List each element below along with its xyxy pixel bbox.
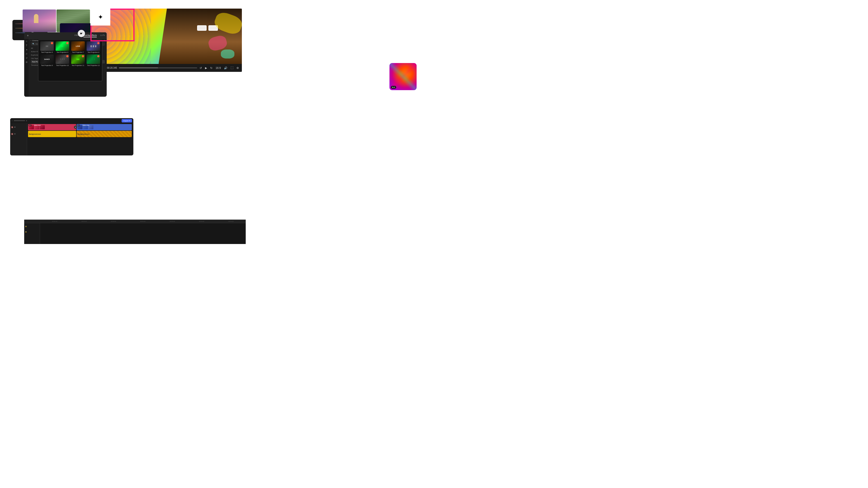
- thumb-text-12: ▐▌▐▌: [92, 59, 95, 60]
- effect-item-text-projection-5[interactable]: ♛ IIIII Text Projection 5: [40, 41, 54, 53]
- fullscreen-button[interactable]: ⛶: [230, 66, 234, 70]
- effect-thumb-11: ♛ ▓▓▓: [71, 55, 85, 64]
- timecode-total: 00:20.345: [107, 67, 117, 69]
- track-label-row-2: 🔇 👁: [11, 131, 26, 137]
- bg-track: Background.mov Background.mov: [28, 131, 132, 137]
- add-button[interactable]: +: [26, 34, 30, 37]
- progress-bar[interactable]: [119, 68, 197, 68]
- filename-1: Video.mov: [34, 125, 41, 126]
- wavy-shape-1: [213, 10, 242, 36]
- eye-icon-2[interactable]: 👁: [14, 133, 16, 135]
- mute-icon-2[interactable]: 🔇: [11, 133, 13, 135]
- track-label-row-1: 🔇 👁: [11, 124, 26, 130]
- effect-thumb-7: LOVE: [71, 41, 85, 51]
- effect-item-text-projection-10[interactable]: ♛ ✕ ✕ ✕ Text Projection 10: [55, 55, 70, 66]
- video-segment-2[interactable]: fx·1 Video.mov: [76, 124, 132, 130]
- rewind-button[interactable]: ↺: [199, 66, 203, 70]
- play-button[interactable]: ▶: [204, 66, 208, 70]
- effect-label-5: Text Projection 5: [41, 52, 53, 53]
- effect-item-text-projection-8[interactable]: ♛ ▐▌▐▌▐▌ Text Projection 8: [86, 41, 101, 53]
- text-icon[interactable]: T: [26, 44, 27, 47]
- volume-button[interactable]: 🔊: [223, 66, 228, 70]
- zoom-controls: − +: [11, 120, 27, 122]
- bg-segment-1[interactable]: Background.mov: [28, 131, 76, 137]
- bg-filename-2: Background.mov: [78, 133, 90, 135]
- tl-time-4: 00:03:20: [128, 221, 158, 222]
- zoom-in-button[interactable]: +: [26, 120, 27, 122]
- effect-thumb-10: ♛ ✕ ✕ ✕: [56, 55, 69, 64]
- effect-item-text-projection-6[interactable]: ♛ ▓▓▒ Text Projection 6: [55, 41, 70, 53]
- effect-thumb-9: DANCE: [40, 55, 54, 64]
- video-segment-1[interactable]: fx·1 Video.mov: [28, 124, 76, 130]
- zoom-bar[interactable]: [14, 120, 25, 121]
- fast-forward-button[interactable]: ↻: [210, 66, 213, 70]
- thumb-bars-8: ▐▌▐▌▐▌: [90, 45, 97, 47]
- bg-segment-2[interactable]: Background.mov: [76, 131, 132, 137]
- figure-silhouette: [34, 14, 38, 23]
- effect-thumb-5: ♛ IIIII: [40, 41, 54, 51]
- grid-icon[interactable]: ⊞: [26, 61, 28, 63]
- settings-button[interactable]: ⚙: [236, 66, 240, 70]
- export-button[interactable]: Export ▾: [122, 119, 132, 123]
- spark-icon: ✦: [98, 13, 103, 21]
- effect-thumb-8: ♛ ▐▌▐▌▐▌: [87, 41, 100, 51]
- effect-label-8: Text Projection 8: [88, 52, 99, 53]
- thumb-text-11: ▓▓▓: [76, 59, 79, 60]
- fx-badge: fx·1: [391, 86, 396, 89]
- full-tl-body: 🔒 🔒: [24, 223, 246, 244]
- thumb-text-9: DANCE: [40, 55, 54, 64]
- thumb-text-6: ▓▓▒: [61, 45, 64, 47]
- music-icon[interactable]: ♫: [26, 40, 28, 42]
- wavy-shape-3: [221, 50, 235, 59]
- effect-item-text-projection-11[interactable]: ♛ ▓▓▓ Text Projection 11: [71, 55, 85, 66]
- zoom-out-button[interactable]: −: [11, 120, 13, 122]
- video-controls: 00:20.345 / 00:20.345 ↺ ▶ ↻ 16:9 🔊 ⛶ ⚙: [90, 64, 242, 72]
- tl-time-3: 00:03:00: [99, 221, 128, 222]
- aspect-ratio-control[interactable]: 16:9: [215, 66, 221, 70]
- bg-track-container: Background.mov Background.mov: [27, 131, 133, 137]
- filename-2: Video.mov: [83, 125, 89, 126]
- effect-label-6: Text Projection 6: [57, 52, 68, 53]
- tl-time-1: 00:02:20: [40, 221, 69, 222]
- tl-time-7: 00:04:20: [216, 221, 246, 222]
- effects-grid: ♛ IIIII Text Projection 5 ♛ ▓▓▒ Text Pro…: [40, 41, 101, 67]
- timeline-body: 🔇 👁 🔇 👁 fx·1 Video.mov: [10, 123, 133, 156]
- transition-icon: ▶: [75, 126, 76, 128]
- mute-icon-1[interactable]: 🔇: [11, 126, 13, 128]
- full-tl-label-1: 🔒: [25, 224, 39, 228]
- effects-icon-sidebar: ♫ T ✦ ⏱ ↺ ⊞: [24, 39, 29, 97]
- eye-icon-1[interactable]: 👁: [14, 126, 16, 128]
- effect-item-text-projection-7[interactable]: LOVE Text Projection 7: [71, 41, 85, 53]
- effect-label-7: Text Projection 7: [72, 52, 84, 53]
- export-chevron: ▾: [129, 120, 130, 122]
- lock-icon: 🔒: [25, 225, 27, 227]
- face-fx-thumbnail: fx·1: [390, 63, 416, 90]
- thumb-text-5: IIIII: [46, 45, 48, 47]
- refresh-icon[interactable]: ↺: [26, 57, 28, 59]
- full-tl-labels: 🔒 🔒: [24, 223, 40, 244]
- effect-item-text-projection-12[interactable]: ♛ ▐▌▐▌ Text Projection 12: [86, 55, 101, 66]
- effects-icon[interactable]: ✦: [26, 48, 28, 51]
- clock-icon[interactable]: ⏱: [26, 53, 28, 55]
- export-label: Export: [123, 120, 129, 122]
- back-arrow[interactable]: ‹: [31, 39, 31, 41]
- effect-label-10: Text Projection 10: [56, 65, 69, 66]
- tl-time-5: 00:03:40: [158, 221, 187, 222]
- cursor-icon: ☛: [78, 30, 85, 37]
- video-track-1-container: fx·1 Video.mov ▶ fx·1 Video.mov: [27, 123, 133, 131]
- effect-label-11: Text Projection 11: [72, 65, 84, 66]
- effect-label-9: Text Projection 9: [41, 65, 53, 66]
- full-tl-tracks: 00:02:20 00:02:40 00:03:00 00:03:20 00:0…: [24, 220, 246, 244]
- spark-corner-box: ✦: [90, 8, 110, 26]
- thumb-text-7: LOVE: [71, 41, 85, 51]
- lavender-image-1: [23, 9, 56, 32]
- timeline-panel: − + Export ▾ 🔇 👁 🔇 👁: [10, 118, 133, 156]
- thumb-text-10: ✕ ✕ ✕: [60, 58, 65, 60]
- timeline-topbar: − + Export ▾: [10, 118, 133, 123]
- timeline-content: fx·1 Video.mov ▶ fx·1 Video.mov: [27, 123, 133, 156]
- full-tl-label-2: 🔒: [25, 230, 39, 234]
- full-tl-content[interactable]: [40, 223, 246, 244]
- effects-grid-container: ♛ IIIII Text Projection 5 ♛ ▓▓▒ Text Pro…: [38, 39, 102, 81]
- progress-fill: [119, 68, 158, 68]
- effect-item-text-projection-9[interactable]: DANCE Text Projection 9: [40, 55, 54, 66]
